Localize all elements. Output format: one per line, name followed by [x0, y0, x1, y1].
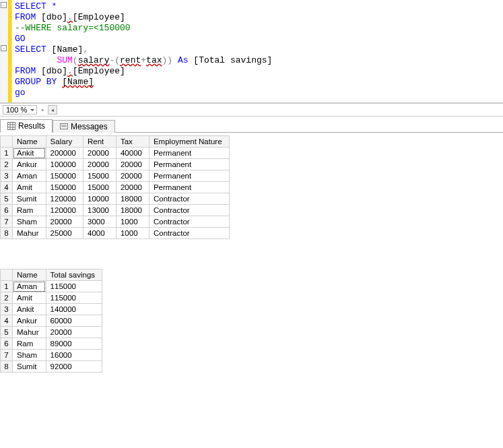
table-cell[interactable]: 15000	[83, 182, 116, 193]
table-cell[interactable]: Sumit	[13, 193, 46, 205]
table-cell[interactable]: 20000	[46, 216, 83, 228]
table-cell[interactable]: 140000	[46, 304, 102, 315]
row-number[interactable]: 4	[1, 182, 13, 193]
table-cell[interactable]: 115000	[46, 281, 102, 292]
collapse-toggle-icon[interactable]: -	[1, 2, 7, 8]
table-row[interactable]: 5Mahur20000	[1, 327, 102, 338]
row-number[interactable]: 5	[1, 193, 13, 205]
row-number[interactable]: 8	[1, 361, 13, 373]
table-row[interactable]: 2Ankur1000002000020000Permanent	[1, 159, 230, 170]
table-row[interactable]: 3Ankit140000	[1, 304, 102, 315]
table-cell[interactable]: 1000	[116, 216, 149, 228]
table-row[interactable]: 3Aman1500001500020000Permanent	[1, 170, 230, 182]
table-cell[interactable]: 13000	[83, 205, 116, 216]
table-row[interactable]: 6Ram1200001300018000Contractor	[1, 205, 230, 216]
table-row[interactable]: 4Ankur60000	[1, 315, 102, 327]
tab-messages[interactable]: Messages	[53, 120, 115, 133]
table-cell[interactable]: 20000	[116, 182, 149, 193]
row-number[interactable]: 6	[1, 205, 13, 216]
row-number[interactable]: 7	[1, 216, 13, 228]
table-cell[interactable]: Ankit	[13, 148, 46, 159]
row-number[interactable]: 6	[1, 338, 13, 350]
table-cell[interactable]: Permanent	[149, 159, 229, 170]
table-cell[interactable]: Ram	[13, 205, 46, 216]
table-cell[interactable]: 20000	[116, 170, 149, 182]
table-row[interactable]: 7Sham16000	[1, 350, 102, 361]
table-cell[interactable]: Mahur	[13, 327, 46, 338]
table-cell[interactable]: Ankit	[13, 304, 46, 315]
table-cell[interactable]: Contractor	[149, 193, 229, 205]
column-header[interactable]: Rent	[83, 136, 116, 148]
table-cell[interactable]: 40000	[116, 148, 149, 159]
table-row[interactable]: 2Amit115000	[1, 292, 102, 304]
table-cell[interactable]: Sumit	[13, 361, 46, 373]
table-cell[interactable]: Amit	[13, 292, 46, 304]
zoom-dropdown[interactable]: 100 %	[3, 105, 37, 115]
sql-code-area[interactable]: SELECT * FROM [dbo].[Employee] --WHERE s…	[12, 0, 503, 102]
table-cell[interactable]: Contractor	[149, 205, 229, 216]
column-header[interactable]: Name	[13, 136, 46, 148]
table-cell[interactable]: Ankur	[13, 315, 46, 327]
table-row[interactable]: 6Ram89000	[1, 338, 102, 350]
column-header[interactable]: Employment Nature	[149, 136, 229, 148]
table-row[interactable]: 8Mahur2500040001000Contractor	[1, 228, 230, 239]
table-cell[interactable]: 10000	[83, 193, 116, 205]
scroll-left-button[interactable]: ◂	[48, 105, 57, 115]
row-number[interactable]: 2	[1, 292, 13, 304]
table-cell[interactable]: 200000	[46, 148, 83, 159]
table-cell[interactable]: Ram	[13, 338, 46, 350]
table-cell[interactable]: Sham	[13, 216, 46, 228]
row-number[interactable]: 8	[1, 228, 13, 239]
table-cell[interactable]: 60000	[46, 315, 102, 327]
row-header[interactable]	[1, 269, 13, 281]
table-cell[interactable]: 20000	[46, 327, 102, 338]
row-number[interactable]: 5	[1, 327, 13, 338]
column-header[interactable]: Name	[13, 269, 46, 281]
collapse-toggle-icon[interactable]: -	[1, 45, 7, 51]
table-cell[interactable]: Ankur	[13, 159, 46, 170]
table-cell[interactable]: 120000	[46, 193, 83, 205]
table-cell[interactable]: 120000	[46, 205, 83, 216]
column-header[interactable]: Tax	[116, 136, 149, 148]
row-number[interactable]: 2	[1, 159, 13, 170]
table-cell[interactable]: 15000	[83, 170, 116, 182]
table-cell[interactable]: Permanent	[149, 148, 229, 159]
table-cell[interactable]: 18000	[116, 193, 149, 205]
table-cell[interactable]: Contractor	[149, 228, 229, 239]
row-number[interactable]: 1	[1, 148, 13, 159]
table-cell[interactable]: 16000	[46, 350, 102, 361]
table-cell[interactable]: 150000	[46, 182, 83, 193]
tab-results[interactable]: Results	[0, 119, 53, 133]
table-cell[interactable]: Permanent	[149, 182, 229, 193]
row-number[interactable]: 3	[1, 304, 13, 315]
row-number[interactable]: 1	[1, 281, 13, 292]
table-cell[interactable]: 92000	[46, 361, 102, 373]
row-number[interactable]: 7	[1, 350, 13, 361]
table-cell[interactable]: 20000	[116, 159, 149, 170]
table-row[interactable]: 5Sumit1200001000018000Contractor	[1, 193, 230, 205]
table-cell[interactable]: 18000	[116, 205, 149, 216]
table-cell[interactable]: 20000	[83, 148, 116, 159]
table-cell[interactable]: 1000	[116, 228, 149, 239]
table-cell[interactable]: 100000	[46, 159, 83, 170]
table-cell[interactable]: 89000	[46, 338, 102, 350]
table-row[interactable]: 1Ankit2000002000040000Permanent	[1, 148, 230, 159]
table-cell[interactable]: Permanent	[149, 170, 229, 182]
table-row[interactable]: 7Sham2000030001000Contractor	[1, 216, 230, 228]
table-row[interactable]: 4Amit1500001500020000Permanent	[1, 182, 230, 193]
table-row[interactable]: 1Aman115000	[1, 281, 102, 292]
table-cell[interactable]: Contractor	[149, 216, 229, 228]
table-cell[interactable]: 115000	[46, 292, 102, 304]
table-row[interactable]: 8Sumit92000	[1, 361, 102, 373]
table-cell[interactable]: 3000	[83, 216, 116, 228]
table-cell[interactable]: 20000	[83, 159, 116, 170]
table-cell[interactable]: Mahur	[13, 228, 46, 239]
table-cell[interactable]: Amit	[13, 182, 46, 193]
table-cell[interactable]: Sham	[13, 350, 46, 361]
row-number[interactable]: 3	[1, 170, 13, 182]
table-cell[interactable]: Aman	[13, 281, 46, 292]
column-header[interactable]: Total savings	[46, 269, 102, 281]
table-cell[interactable]: Aman	[13, 170, 46, 182]
results-table-2[interactable]: NameTotal savings1Aman1150002Amit1150003…	[0, 269, 102, 373]
row-header[interactable]	[1, 136, 13, 148]
